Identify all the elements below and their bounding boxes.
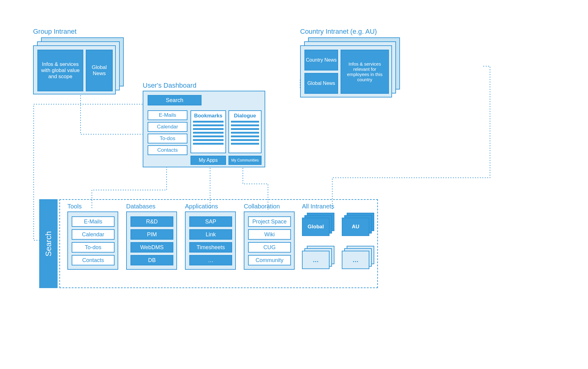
country-infos-box: Infos & services relevant for employees … <box>341 50 389 94</box>
dashboard-emails: E-Mails <box>148 110 187 120</box>
dashboard-dialogue-label: Dialogue <box>234 113 256 119</box>
intranet-more-stack-1: … <box>302 246 336 270</box>
country-news-box: Country News <box>304 50 338 70</box>
databases-item-3: DB <box>130 255 173 265</box>
group-intranet-title: Group Intranet <box>33 28 77 36</box>
databases-item-1: PIM <box>130 229 173 240</box>
dashboard-my-apps: My Apps <box>190 156 226 165</box>
tools-item-3: Contacts <box>72 255 115 265</box>
tools-box: E-Mails Calendar To-dos Contacts <box>67 211 118 270</box>
collaboration-item-1: Wiki <box>248 229 291 240</box>
country-global-news-box: Global News <box>304 73 338 94</box>
applications-item-2: Timesheets <box>189 242 232 253</box>
tools-item-0: E-Mails <box>72 216 115 227</box>
collaboration-box: Project Space Wiki CUG Community <box>244 211 295 270</box>
dashboard-my-communities: My Communities <box>228 156 262 165</box>
intranet-au-label: AU <box>342 218 369 236</box>
collaboration-item-0: Project Space <box>248 216 291 227</box>
applications-box: SAP Link Timesheets … <box>185 211 236 270</box>
intranet-more-label-1: … <box>302 251 330 269</box>
databases-item-2: WebDMS <box>130 242 173 253</box>
intranet-more-label-2: … <box>342 251 369 269</box>
all-intranets-title: All Intranets <box>302 203 334 210</box>
bookmarks-lines <box>193 121 224 146</box>
dashboard-todos: To-dos <box>148 134 187 143</box>
search-vertical-bar: Search <box>39 199 58 288</box>
bottom-dashed-container: Tools E-Mails Calendar To-dos Contacts D… <box>59 199 378 288</box>
applications-title: Applications <box>185 203 218 210</box>
dashboard-bookmarks-label: Bookmarks <box>194 113 223 119</box>
intranet-global-stack: Global <box>302 213 336 237</box>
databases-item-0: R&D <box>130 216 173 227</box>
collaboration-title: Collaboration <box>244 203 280 210</box>
intranet-more-stack-2: … <box>342 246 375 270</box>
group-intranet-stack: Infos & services with global value and s… <box>33 37 124 94</box>
collaboration-item-3: Community <box>248 255 291 265</box>
tools-item-1: Calendar <box>72 229 115 240</box>
tools-title: Tools <box>67 203 82 210</box>
applications-item-1: Link <box>189 229 232 240</box>
dashboard-panel: Search E-Mails Calendar To-dos Contacts … <box>143 91 265 167</box>
dialogue-lines <box>231 121 259 146</box>
dashboard-calendar: Calendar <box>148 122 187 132</box>
intranet-au-stack: AU <box>342 213 375 237</box>
databases-title: Databases <box>126 203 156 210</box>
search-vertical-label: Search <box>44 231 53 256</box>
applications-item-0: SAP <box>189 216 232 227</box>
intranet-global-label: Global <box>302 218 330 236</box>
country-intranet-title: Country Intranet (e.g. AU) <box>300 28 377 36</box>
dashboard-contacts: Contacts <box>148 145 187 155</box>
databases-box: R&D PIM WebDMS DB <box>126 211 177 270</box>
tools-item-2: To-dos <box>72 242 115 253</box>
applications-item-3: … <box>189 255 232 265</box>
dashboard-search: Search <box>148 95 202 105</box>
group-intranet-news: Global News <box>86 50 113 91</box>
group-intranet-infos: Infos & services with global value and s… <box>37 50 83 91</box>
diagram-stage: Group Intranet Infos & services with glo… <box>0 0 588 369</box>
collaboration-item-2: CUG <box>248 242 291 253</box>
country-intranet-stack: Country News Global News Infos & service… <box>300 37 402 97</box>
dashboard-title: User's Dashboard <box>143 82 196 89</box>
